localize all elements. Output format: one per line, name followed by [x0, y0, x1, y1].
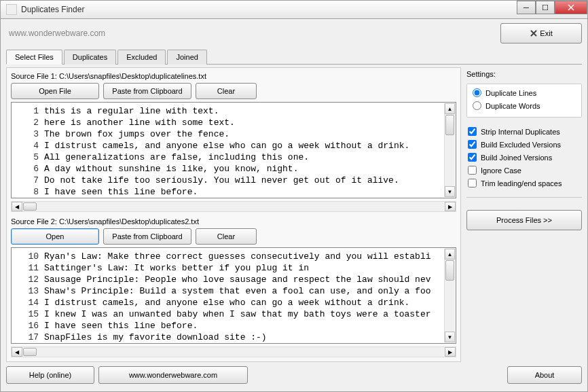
check-excluded-input[interactable] [468, 140, 477, 149]
source2-open-button[interactable]: Open [11, 228, 99, 245]
settings-heading: Settings: [466, 70, 582, 78]
scroll-thumb[interactable] [23, 202, 37, 211]
check-joined-label: Build Joined Versions [481, 154, 552, 162]
scroll-down-icon[interactable]: ▼ [445, 332, 455, 342]
scroll-up-icon[interactable]: ▲ [445, 249, 455, 260]
line-number: 10 [12, 251, 44, 262]
line-number: 3 [12, 128, 44, 140]
line-text: All generalizations are false, including… [44, 152, 309, 163]
text-line[interactable]: 7Do not take life too seriously. You wil… [12, 175, 456, 186]
text-line[interactable]: 2here is another line with some text. [12, 117, 456, 128]
scroll-down-icon[interactable]: ▼ [445, 186, 455, 197]
line-number: 16 [12, 320, 44, 332]
text-line[interactable]: 3The brown fox jumps over the fence. [12, 128, 456, 140]
text-line[interactable]: 12Sausage Principle: People who love sau… [12, 274, 456, 285]
source2-clear-button[interactable]: Clear [196, 228, 257, 245]
scroll-left-icon[interactable]: ◀ [12, 347, 22, 357]
line-text: SnapFiles is my favorite download site :… [44, 332, 267, 343]
source1-clear-button[interactable]: Clear [196, 83, 257, 99]
scroll-thumb[interactable] [23, 348, 37, 356]
titlebar: Duplicates Finder ─ ☐ [0, 0, 588, 19]
website-button[interactable]: www.wonderwebware.com [98, 366, 248, 384]
line-number: 17 [12, 332, 44, 343]
text-line[interactable]: 1this is a regular line with text. [12, 105, 456, 117]
scroll-thumb[interactable] [445, 115, 454, 135]
line-text: Sattinger's Law: It works better if you … [44, 262, 309, 274]
line-number: 6 [12, 163, 44, 175]
close-icon [530, 29, 538, 37]
minimize-button[interactable]: ─ [517, 1, 536, 14]
help-button[interactable]: Help (online) [6, 366, 94, 384]
source1-vscrollbar[interactable]: ▲ ▼ [444, 103, 455, 197]
line-number: 8 [12, 186, 44, 198]
radio-words-input[interactable] [473, 101, 481, 110]
text-line[interactable]: 13Shaw's Principle: Build a system that … [12, 285, 456, 297]
exit-button[interactable]: Exit [500, 23, 582, 43]
check-strip-input[interactable] [468, 127, 477, 136]
check-strip-internal[interactable]: Strip Internal Duplicates [468, 127, 581, 136]
line-number: 7 [12, 175, 44, 186]
tab-select-files[interactable]: Select Files [6, 50, 62, 65]
source2-textarea[interactable]: 10Ryan's Law: Make three correct guesses… [11, 247, 456, 344]
check-build-excluded[interactable]: Build Excluded Versions [468, 140, 581, 149]
check-ignorecase-input[interactable] [468, 166, 477, 175]
text-line[interactable]: 10Ryan's Law: Make three correct guesses… [12, 251, 456, 262]
text-line[interactable]: 11Sattinger's Law: It works better if yo… [12, 262, 456, 274]
check-joined-input[interactable] [468, 153, 477, 162]
source1-textarea[interactable]: 1this is a regular line with text.2here … [11, 102, 456, 198]
mode-group: Duplicate Lines Duplicate Words [466, 84, 582, 118]
check-excluded-label: Build Excluded Versions [481, 141, 561, 149]
radio-words-label: Duplicate Words [485, 102, 540, 110]
maximize-button[interactable]: ☐ [536, 1, 555, 14]
text-line[interactable]: 6A day without sunshine is like, you kno… [12, 163, 456, 175]
line-text: Ryan's Law: Make three correct guesses c… [44, 251, 431, 262]
source1-hscrollbar[interactable]: ◀ ▶ [11, 201, 456, 212]
radio-duplicate-lines[interactable]: Duplicate Lines [473, 88, 576, 97]
line-text: here is another line with some text. [44, 117, 235, 128]
check-trim-spaces[interactable]: Trim leading/end spaces [468, 179, 581, 188]
line-text: I have seen this line before. [44, 186, 198, 198]
scroll-right-icon[interactable]: ▶ [445, 347, 456, 357]
source1-paste-button[interactable]: Paste from Clipboard [103, 83, 191, 99]
text-line[interactable]: 15I knew I was an unwanted baby when I s… [12, 308, 456, 320]
text-line[interactable]: 17SnapFiles is my favorite download site… [12, 332, 456, 343]
settings-divider [466, 197, 582, 198]
radio-duplicate-words[interactable]: Duplicate Words [473, 101, 576, 110]
check-trim-input[interactable] [468, 179, 477, 188]
line-number: 12 [12, 274, 44, 285]
check-trim-label: Trim leading/end spaces [481, 179, 562, 188]
line-number: 14 [12, 297, 44, 308]
process-files-button[interactable]: Process Files >> [466, 210, 582, 230]
source1-open-button[interactable]: Open File [11, 83, 99, 99]
line-text: I knew I was an unwanted baby when I saw… [44, 308, 431, 320]
text-line[interactable]: 14I distrust camels, and anyone else who… [12, 297, 456, 308]
check-ignore-case[interactable]: Ignore Case [468, 166, 581, 175]
line-text: this is a regular line with text. [44, 105, 219, 117]
source2-vscrollbar[interactable]: ▲ ▼ [444, 249, 455, 342]
settings-panel: Settings: Duplicate Lines Duplicate Word… [466, 67, 582, 362]
check-build-joined[interactable]: Build Joined Versions [468, 153, 581, 162]
tab-strip: Select Files Duplicates Excluded Joined [6, 49, 582, 65]
text-line[interactable]: 8I have seen this line before. [12, 186, 456, 198]
line-number: 2 [12, 117, 44, 128]
window-title: Duplicates Finder [21, 5, 84, 14]
line-text: Do not take life too seriously. You will… [44, 175, 399, 186]
source2-paste-button[interactable]: Paste from Clipboard [103, 228, 191, 245]
tab-excluded[interactable]: Excluded [117, 50, 166, 65]
text-line[interactable]: 4I distrust camels, and anyone else who … [12, 140, 456, 152]
radio-lines-input[interactable] [473, 88, 481, 97]
text-line[interactable]: 16I have seen this line before. [12, 320, 456, 332]
tab-duplicates[interactable]: Duplicates [64, 50, 116, 65]
about-button[interactable]: About [507, 366, 582, 384]
tab-joined[interactable]: Joined [167, 50, 206, 65]
exit-label: Exit [540, 29, 552, 37]
text-line[interactable]: 5All generalizations are false, includin… [12, 152, 456, 163]
close-button[interactable] [555, 1, 587, 14]
source1-path-label: Source File 1: C:\Users\snapfiles\Deskto… [11, 72, 456, 80]
scroll-right-icon[interactable]: ▶ [445, 202, 456, 211]
scroll-left-icon[interactable]: ◀ [12, 202, 22, 211]
line-text: The brown fox jumps over the fence. [44, 128, 229, 140]
source2-hscrollbar[interactable]: ◀ ▶ [11, 346, 456, 357]
scroll-up-icon[interactable]: ▲ [445, 103, 455, 114]
scroll-thumb[interactable] [445, 260, 454, 281]
